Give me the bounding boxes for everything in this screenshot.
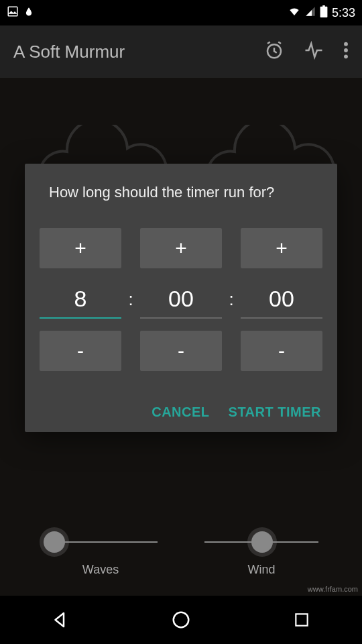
seconds-decrement-button[interactable]: -: [241, 331, 322, 371]
sound-label: Waves: [82, 563, 119, 577]
sound-item-wind: Wind: [194, 541, 328, 577]
signal-icon: [305, 6, 316, 20]
nav-recents-button[interactable]: [289, 607, 314, 633]
nav-home-button[interactable]: [168, 607, 194, 633]
activity-icon[interactable]: [303, 40, 324, 63]
time-picker: + + + 8 : 00 : 00 - - -: [37, 228, 325, 371]
app-actions: [264, 40, 349, 63]
sound-controls: Waves Wind: [0, 541, 362, 577]
status-right: 5:33: [288, 5, 355, 21]
nav-back-button[interactable]: [48, 607, 73, 633]
water-drop-icon: [24, 5, 34, 20]
start-timer-button[interactable]: START TIMER: [229, 405, 321, 420]
svg-rect-0: [8, 7, 17, 16]
hours-value[interactable]: 8: [40, 280, 121, 319]
hours-decrement-button[interactable]: -: [40, 331, 121, 371]
minutes-decrement-button[interactable]: -: [140, 331, 222, 371]
sound-item-waves: Waves: [34, 541, 168, 577]
picture-icon: [7, 5, 19, 20]
wifi-icon: [288, 6, 301, 20]
slider-thumb[interactable]: [251, 531, 273, 553]
time-separator: :: [225, 289, 238, 310]
alarm-icon[interactable]: [264, 40, 284, 63]
svg-rect-2: [322, 5, 325, 7]
app-bar: A Soft Murmur: [0, 25, 362, 78]
cancel-button[interactable]: CANCEL: [152, 405, 209, 420]
dialog-actions: CANCEL START TIMER: [37, 405, 325, 420]
timer-dialog: How long should the timer run for? + + +…: [25, 164, 337, 432]
status-time: 5:33: [332, 6, 355, 20]
svg-point-4: [344, 42, 348, 46]
status-left: [7, 5, 34, 20]
overflow-menu-icon[interactable]: [343, 41, 349, 62]
time-separator: :: [124, 289, 137, 310]
battery-icon: [320, 5, 328, 21]
wind-slider[interactable]: [204, 541, 318, 543]
seconds-increment-button[interactable]: +: [241, 228, 322, 268]
app-title: A Soft Murmur: [13, 42, 264, 62]
hours-increment-button[interactable]: +: [40, 228, 121, 268]
svg-rect-1: [320, 6, 328, 17]
status-bar: 5:33: [0, 0, 362, 25]
svg-point-5: [344, 48, 348, 52]
minutes-increment-button[interactable]: +: [140, 228, 222, 268]
sound-label: Wind: [247, 563, 275, 577]
slider-thumb[interactable]: [44, 531, 65, 553]
waves-slider[interactable]: [44, 541, 158, 543]
dialog-title: How long should the timer run for?: [37, 184, 325, 201]
watermark: www.frfam.com: [308, 585, 358, 593]
svg-point-7: [174, 612, 189, 628]
navigation-bar: [0, 596, 362, 644]
svg-rect-8: [296, 614, 307, 625]
seconds-value[interactable]: 00: [241, 280, 322, 319]
minutes-value[interactable]: 00: [140, 280, 222, 319]
svg-point-6: [344, 54, 348, 58]
